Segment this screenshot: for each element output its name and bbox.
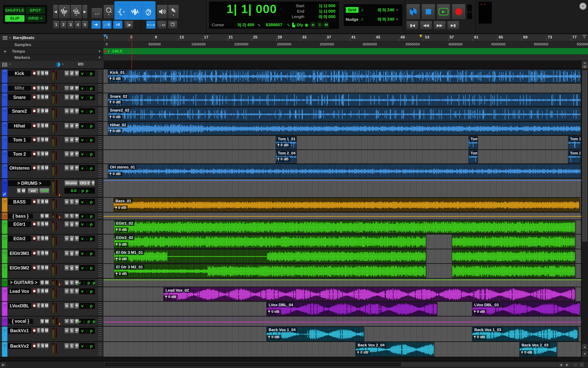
io-column-label[interactable]: I/O	[66, 62, 95, 66]
audio-clip-egtr2[interactable]	[452, 235, 575, 248]
volume-automation-line[interactable]	[104, 216, 581, 217]
output-window-button[interactable]	[91, 180, 95, 186]
go-to-end-button[interactable]: ▶▮	[447, 21, 459, 29]
asterisk-badge[interactable]: ✱	[310, 22, 316, 28]
spot-mode-button[interactable]: SPOT	[26, 7, 46, 14]
volume-pan-readout[interactable]: v|p	[79, 199, 95, 205]
delay-compensation-label[interactable]: Dly	[297, 23, 303, 27]
audio-clip-back-vox-1-03[interactable]: Back Vox 1_030 dB	[472, 327, 578, 341]
hscroll-left-corner-button[interactable]: ▶	[0, 362, 6, 368]
tempo-ruler-label-row[interactable]: ▶ Tempo +	[0, 48, 104, 55]
zoom-toggle-button[interactable]: ↔↕	[91, 8, 102, 19]
elastic-audio-selector[interactable]: n	[64, 343, 69, 349]
track-lane-egtr2[interactable]: EGtr2_020 dB	[104, 235, 581, 249]
track-collapse-icon[interactable]: ▼	[3, 317, 7, 322]
track-collapse-icon[interactable]: ▼	[3, 84, 7, 89]
group-id-indicator[interactable]: d	[69, 94, 74, 100]
rewind-button[interactable]: ◀◀	[420, 21, 432, 29]
track-height-ticks[interactable]	[98, 279, 102, 286]
input-monitor-button[interactable]: I	[37, 221, 40, 227]
output-window-button[interactable]	[75, 280, 79, 285]
volume-pan-readout[interactable]: v|p	[79, 108, 95, 114]
track-name[interactable]: BASS	[8, 199, 31, 205]
elastic-audio-selector[interactable]: n	[64, 199, 69, 205]
output-window-button[interactable]	[75, 250, 79, 256]
track-lane-snare[interactable]: Snare_020 dB	[104, 93, 581, 107]
audio-clip-tom-2-04[interactable]: Tom 2_040 dB	[276, 150, 296, 163]
return-to-zero-button[interactable]: ▮◀	[406, 21, 418, 29]
toolbar-menu-button[interactable]: ▼	[579, 3, 587, 10]
track-lane-lead-vox[interactable]: Lead Vox_020 dB	[104, 287, 581, 302]
audio-clip-elgtr3m2[interactable]	[452, 264, 575, 278]
track-collapse-icon[interactable]: ▼	[3, 70, 7, 74]
tempo-expand-icon[interactable]: ▶	[4, 50, 7, 53]
mute-button[interactable]: M	[45, 303, 49, 308]
record-enable-button[interactable]	[32, 288, 36, 294]
audio-clip-lead-vox-02[interactable]: Lead Vox_020 dB	[163, 287, 575, 301]
track-lane-vocal[interactable]	[104, 316, 581, 327]
track-name[interactable]: LVoxDBL	[8, 303, 31, 309]
volume-pan-readout[interactable]: v|p	[79, 123, 95, 129]
horizontal-scroll-thumb[interactable]	[104, 362, 401, 367]
track-height-ticks[interactable]	[98, 327, 102, 340]
input-monitor-button[interactable]: I	[37, 108, 40, 114]
group-id-indicator[interactable]: 1	[69, 319, 74, 324]
record-enable-button[interactable]	[32, 303, 36, 308]
track-collapse-icon[interactable]: ▼	[3, 180, 7, 184]
track-lane-elgtr3m2[interactable]: El Gtr 3 M2_010 dB	[104, 264, 581, 279]
track-height-ticks[interactable]	[98, 250, 102, 263]
group-id-indicator[interactable]: 1	[69, 343, 74, 349]
track-lane-bass[interactable]	[104, 212, 581, 220]
volume-pan-readout[interactable]: v|p	[79, 328, 95, 334]
elastic-audio-selector[interactable]: n	[64, 151, 69, 157]
mute-button[interactable]: M	[45, 319, 49, 324]
elastic-audio-selector[interactable]: >	[64, 319, 69, 324]
mute-button[interactable]: M	[45, 71, 49, 76]
output-window-button[interactable]	[75, 303, 79, 309]
track-lane-lvoxdbl[interactable]: LVox DBL_040 dBLVox DBL_030 dB	[104, 302, 581, 316]
track-collapse-icon[interactable]: ▼	[3, 137, 7, 141]
timebase-clock-icon[interactable]	[56, 62, 60, 67]
volume-automation-line[interactable]	[104, 322, 581, 322]
solo-button[interactable]: S	[17, 188, 21, 193]
track-height-ticks[interactable]	[98, 70, 102, 82]
solo-button[interactable]: S	[41, 108, 45, 114]
volume-pan-readout[interactable]: v|p	[79, 343, 95, 349]
track-collapse-icon[interactable]: ▼	[3, 94, 7, 98]
clip-gain-badge[interactable]: 0 dB	[109, 76, 122, 81]
input-monitor-button[interactable]: I	[37, 165, 40, 171]
track-lane-tom-1[interactable]: Tom 1_010 dBTom 1_01Tom 1_01	[104, 136, 581, 150]
record-enable-button[interactable]	[32, 94, 36, 100]
trim-tool-button[interactable]	[128, 4, 142, 19]
zoom-out-arrow-button[interactable]: ◀	[53, 5, 58, 19]
input-monitor-button[interactable]: I	[37, 328, 40, 333]
group-id-indicator[interactable]: d	[69, 108, 74, 114]
record-enable-button[interactable]	[32, 199, 36, 204]
track-name[interactable]: { vocal }	[8, 319, 33, 324]
solo-button[interactable]: S	[41, 123, 45, 129]
markers-add-icon[interactable]: +	[98, 55, 101, 60]
track-height-ticks[interactable]	[98, 235, 102, 248]
markers-ruler[interactable]	[104, 55, 588, 61]
output-window-button[interactable]	[75, 86, 79, 91]
output-window-button[interactable]	[75, 319, 79, 324]
track-name[interactable]: 60hz	[8, 86, 31, 91]
audio-clip-egtr1-02[interactable]: EGtr1_020 dB	[114, 220, 575, 234]
elastic-audio-selector[interactable]: n	[64, 236, 69, 241]
audio-clip-hihat-02[interactable]: Hihat_020 dB	[108, 122, 581, 135]
mute-button[interactable]: M	[21, 188, 26, 193]
clip-gain-badge[interactable]: 0 dB	[164, 294, 178, 299]
audio-clip-snare-02[interactable]: Snare_020 dB	[108, 93, 581, 106]
play-button[interactable]: ▶	[437, 4, 450, 19]
grid-value-toggle[interactable]: Grid	[346, 7, 359, 13]
track-lane-elgtr3m1[interactable]: El Gtr 3 M1_010 dB	[104, 249, 581, 264]
grid-mode-button[interactable]: GRID ▼	[26, 15, 46, 22]
solo-button[interactable]: S	[41, 265, 45, 270]
volume-pan-readout[interactable]: v|pp	[79, 319, 95, 324]
scrubber-tool-button[interactable]	[157, 5, 168, 19]
elastic-audio-selector[interactable]: n	[64, 123, 69, 129]
audio-clip-snare2-02[interactable]: Snare2_020 dB	[108, 107, 581, 121]
track-columns-dropdown-icon[interactable]: ▼	[9, 63, 11, 65]
solo-button[interactable]: S	[41, 288, 45, 294]
zoom-z-preset-button[interactable]: z	[582, 65, 588, 69]
